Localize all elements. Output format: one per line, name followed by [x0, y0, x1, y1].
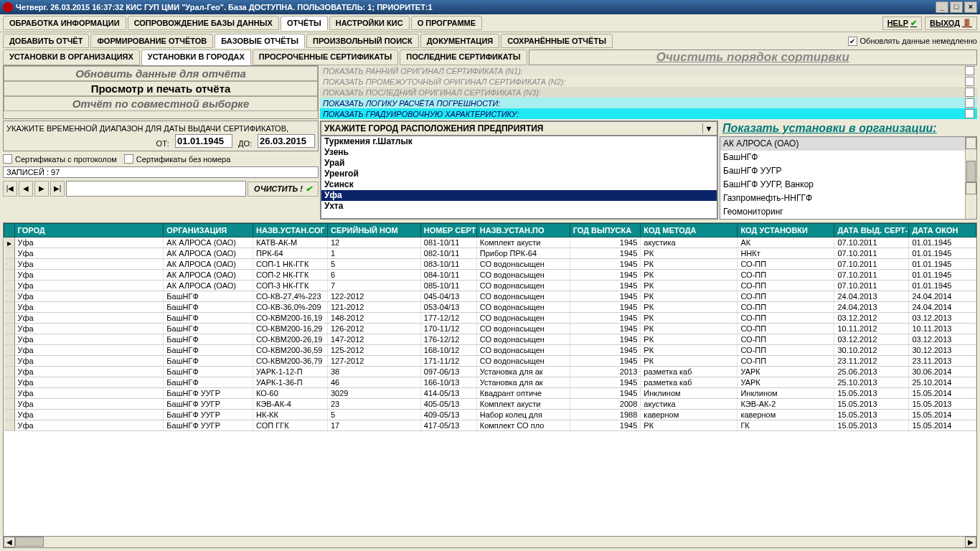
org-panel-caption: Показать установки в организации: — [720, 121, 977, 136]
cert-option-checkbox[interactable] — [965, 88, 974, 97]
main-tab[interactable]: СОПРОВОЖДЕНИЕ БАЗЫ ДАННЫХ — [128, 16, 279, 30]
minimize-button[interactable]: _ — [936, 1, 948, 13]
city-dropdown-header[interactable]: УКАЖИТЕ ГОРОД РАСПОЛОЖЕНИЯ ПРЕДПРИЯТИЯ▾ — [321, 121, 717, 136]
cert-option[interactable]: ПОКАЗАТЬ ПОСЛЕДНИЙ ОРИГИНАЛ СЕРТИФИКАТА … — [320, 87, 977, 98]
city-item[interactable]: Уренгой — [321, 169, 717, 179]
main-tab[interactable]: ОБРАБОТКА ИНФОРМАЦИИ — [3, 16, 126, 30]
help-button[interactable]: HELP✔ — [882, 17, 922, 30]
city-item[interactable]: Ухта — [321, 201, 717, 212]
cert-option-checkbox[interactable] — [965, 98, 974, 108]
search-input[interactable] — [66, 181, 246, 197]
nav-last-button[interactable]: ▶| — [50, 181, 65, 197]
exit-button[interactable]: ВЫХОД🚪 — [925, 17, 977, 30]
sub-tab[interactable]: ДОБАВИТЬ ОТЧЁТ — [3, 34, 89, 48]
with-protocol-checkbox[interactable] — [3, 154, 12, 164]
city-list[interactable]: Туркмения г.ШатлыкУзеньУрайУренгойУсинск… — [321, 136, 717, 219]
column-header[interactable]: НАЗВ.УСТАН.ПО — [476, 224, 570, 237]
table-row[interactable]: УфаБашНГФСО-КВМ200-16,29126-2012170-11/1… — [4, 324, 976, 334]
org-item[interactable]: Газпромнефть-ННГГФ — [720, 192, 976, 205]
maximize-button[interactable]: □ — [950, 1, 963, 13]
city-item[interactable]: Узень — [321, 147, 717, 158]
column-header[interactable]: ГОРОД — [14, 224, 164, 237]
table-row[interactable]: УфаАК АЛРОСА (ОАО)КАТВ-АК-М12081-10/11Ко… — [4, 237, 976, 248]
date-from-input[interactable] — [175, 134, 232, 148]
without-number-checkbox[interactable] — [124, 154, 133, 164]
table-row[interactable]: УфаБашНГФУАРК-1-36-П46166-10/13Установка… — [4, 377, 976, 388]
main-tab[interactable]: НАСТРОЙКИ КИС — [329, 16, 410, 30]
org-item[interactable]: БашНГФ УУГР — [720, 164, 976, 178]
cert-option[interactable]: ПОКАЗАТЬ ГРАДУИРОВОЧНУЮ ХАРАКТЕРИСТИКУ: — [320, 108, 977, 119]
table-row[interactable]: УфаАК АЛРОСА (ОАО)СОП-3 НК-ГГК7085-10/11… — [4, 281, 976, 291]
column-header[interactable]: НАЗВ.УСТАН.СОГ — [253, 224, 328, 237]
cert-option[interactable]: ПОКАЗАТЬ ПРОМЕЖУТОЧНЫЙ ОРИГИНАЛ СЕРТИФИК… — [320, 76, 977, 87]
nav-prev-button[interactable]: ◀ — [19, 181, 33, 197]
column-header[interactable]: ДАТА ВЫД. СЕРТ-ТА — [834, 224, 909, 237]
sub-tab[interactable]: ДОКУМЕНТАЦИЯ — [420, 34, 500, 48]
org-item[interactable]: Геомониторинг — [720, 205, 976, 219]
column-header[interactable]: ОРГАНИЗАЦИЯ — [164, 224, 253, 237]
table-row[interactable]: УфаБашНГФ УУГРКО-603029414-05/13Квадрант… — [4, 388, 976, 399]
date-to-input[interactable] — [258, 134, 315, 148]
table-row[interactable]: УфаБашНГФСО-КВ-27,4%-223122-2012045-04/1… — [4, 291, 976, 302]
refresh-report-button[interactable]: Обновить данные для отчёта — [4, 66, 318, 81]
main-tab[interactable]: ОТЧЁТЫ — [281, 16, 328, 30]
table-row[interactable]: УфаАК АЛРОСА (ОАО)ПРК-641082-10/11Прибор… — [4, 248, 976, 259]
city-item[interactable]: Туркмения г.Шатлык — [321, 136, 717, 147]
cert-option-checkbox[interactable] — [965, 109, 974, 118]
report-tab[interactable]: ПОСЛЕДНИЕ СЕРТИФИКАТЫ — [400, 50, 527, 65]
horizontal-scrollbar[interactable]: ◀▶ — [4, 536, 976, 547]
org-item[interactable]: АК АЛРОСА (ОАО) — [720, 137, 976, 151]
sub-tab[interactable]: СОХРАНЁННЫЕ ОТЧЁТЫ — [501, 34, 613, 48]
cert-option[interactable]: ПОКАЗАТЬ РАННИЙ ОРИГИНАЛ СЕРТИФИКАТА (N1… — [320, 65, 977, 76]
org-item[interactable]: БашНГФ — [720, 151, 976, 164]
city-item[interactable]: Усинск — [321, 179, 717, 190]
main-tab[interactable]: О ПРОГРАММЕ — [411, 16, 482, 30]
table-row[interactable]: УфаБашНГФСО-КВМ200-16,19148-2012177-12/1… — [4, 313, 976, 324]
sub-tab[interactable]: БАЗОВЫЕ ОТЧЁТЫ — [215, 34, 305, 48]
cert-options: ПОКАЗАТЬ РАННИЙ ОРИГИНАЛ СЕРТИФИКАТА (N1… — [320, 65, 977, 119]
clear-sort-button[interactable]: Очистить порядок сортирвки — [529, 50, 977, 65]
table-row[interactable]: УфаБашНГФ УУГРКЭВ-АК-423405-05/13Комплек… — [4, 399, 976, 410]
column-header[interactable]: КОД УСТАНОВКИ — [738, 224, 834, 237]
clear-button[interactable]: ОЧИСТИТЬ !✔ — [248, 182, 319, 197]
column-header[interactable]: ДАТА ОКОН — [909, 224, 976, 237]
joint-selection-button[interactable]: Отчёт по совместной выборке — [4, 96, 318, 111]
column-header[interactable]: ГОД ВЫПУСКА — [570, 224, 641, 237]
nav-next-button[interactable]: ▶ — [34, 181, 49, 197]
table-row[interactable]: УфаБашНГФСО-КВМ200-36,79127-2012171-11/1… — [4, 356, 976, 367]
org-scrollbar[interactable] — [965, 137, 976, 219]
report-tab[interactable]: УСТАНОВКИ В ОРГАНИЗАЦИЯХ — [3, 50, 140, 65]
column-header[interactable]: СЕРИЙНЫЙ НОМ — [327, 224, 420, 237]
column-header[interactable] — [4, 224, 15, 237]
table-row[interactable]: УфаАК АЛРОСА (ОАО)СОП-2 НК-ГГК6084-10/11… — [4, 270, 976, 281]
app-icon — [3, 2, 13, 12]
column-header[interactable]: КОД МЕТОДА — [641, 224, 738, 237]
close-button[interactable]: × — [964, 1, 977, 13]
org-list[interactable]: АК АЛРОСА (ОАО)БашНГФБашНГФ УУГРБашНГФ У… — [720, 136, 977, 220]
sub-tab[interactable]: ФОРМИРОВАНИЕ ОТЧЁТОВ — [90, 34, 213, 48]
cert-option-checkbox[interactable] — [965, 77, 974, 86]
cert-option[interactable]: ПОКАЗАТЬ ЛОГИКУ РАСЧЁТА ПОГРЕШНОСТИ: — [320, 98, 977, 108]
table-row[interactable]: УфаБашНГФСО-КВМ200-26,19147-2012176-12/1… — [4, 334, 976, 345]
main-tabbar: ОБРАБОТКА ИНФОРМАЦИИСОПРОВОЖДЕНИЕ БАЗЫ Д… — [0, 14, 980, 32]
table-row[interactable]: УфаБашНГФ УУГРНК-КК5409-05/13Набор колец… — [4, 410, 976, 420]
table-row[interactable]: УфаБашНГФУАРК-1-12-П38097-06/13Установка… — [4, 367, 976, 377]
org-item[interactable]: БашНГФ УУГР, Ванкор — [720, 178, 976, 192]
report-tab[interactable]: ПРОСРОЧЕННЫЕ СЕРТИФИКАТЫ — [253, 50, 398, 65]
table-row[interactable]: УфаБашНГФ УУГРСОП ГГК17417-05/13Комплект… — [4, 420, 976, 431]
cert-option-checkbox[interactable] — [965, 66, 974, 75]
table-row[interactable]: УфаАК АЛРОСА (ОАО)СОП-1 НК-ГГК5083-10/11… — [4, 259, 976, 270]
check-icon: ✔ — [910, 19, 917, 28]
preview-print-button[interactable]: Просмотр и печать отчёта — [4, 81, 318, 96]
table-row[interactable]: УфаБашНГФСО-КВМ200-36,59125-2012168-10/1… — [4, 345, 976, 356]
table-row[interactable]: УфаБашНГФСО-КВ-36,0%-209121-2012053-04/1… — [4, 302, 976, 313]
nav-first-button[interactable]: |◀ — [3, 181, 17, 197]
sub-tab[interactable]: ПРОИЗВОЛЬНЫЙ ПОИСК — [306, 34, 419, 48]
city-item[interactable]: Урай — [321, 158, 717, 169]
refresh-immediate-label: Обновлять данные немедленно — [860, 37, 977, 45]
refresh-immediate-checkbox[interactable] — [848, 37, 857, 46]
report-tab[interactable]: УСТАНОВКИ В ГОРОДАХ — [141, 50, 251, 65]
data-grid[interactable]: ГОРОДОРГАНИЗАЦИЯНАЗВ.УСТАН.СОГСЕРИЙНЫЙ Н… — [3, 222, 977, 548]
column-header[interactable]: НОМЕР СЕРТИФ — [420, 224, 476, 237]
city-item[interactable]: Уфа — [321, 190, 717, 201]
